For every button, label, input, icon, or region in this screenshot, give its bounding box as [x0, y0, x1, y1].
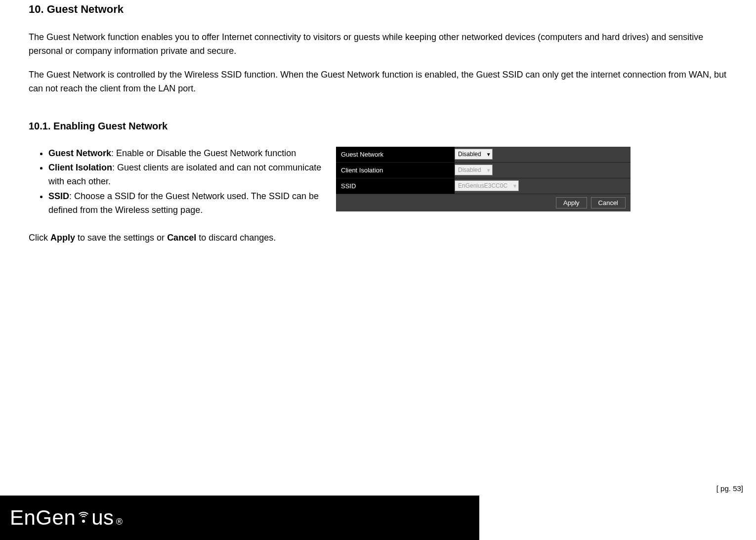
- ssid-select: EnGeniusE3CC0C ▼: [455, 180, 519, 191]
- page-number: [ pg. 53]: [716, 484, 743, 493]
- subsection-heading: 10.1. Enabling Guest Network: [29, 121, 727, 132]
- client-isolation-select: Disabled ▼: [455, 165, 493, 175]
- footer: EnGenus®: [0, 496, 756, 540]
- bullet-term: Guest Network: [48, 148, 111, 158]
- brand-logo: EnGenus®: [0, 496, 479, 540]
- config-panel: Guest Network Disabled ▼ Client Isolatio…: [336, 147, 630, 211]
- bullet-term: SSID: [48, 191, 69, 201]
- apply-instruction: Click Apply to save the settings or Canc…: [29, 231, 336, 245]
- section-heading: 10. Guest Network: [29, 3, 727, 16]
- config-label: Guest Network: [336, 147, 455, 162]
- button-row: Apply Cancel: [336, 194, 630, 211]
- config-label: SSID: [336, 178, 455, 194]
- list-item: SSID: Choose a SSID for the Guest Networ…: [48, 190, 336, 217]
- config-row-guest-network: Guest Network Disabled ▼: [336, 147, 630, 163]
- bullet-term: Client Isolation: [48, 163, 112, 172]
- apply-button[interactable]: Apply: [556, 197, 587, 208]
- cancel-button[interactable]: Cancel: [591, 197, 626, 208]
- intro-paragraph-1: The Guest Network function enables you t…: [29, 31, 727, 58]
- bullet-desc: : Choose a SSID for the Guest Network us…: [48, 191, 319, 215]
- chevron-down-icon: ▼: [486, 167, 491, 173]
- config-label: Client Isolation: [336, 163, 455, 178]
- bullet-desc: : Enable or Disable the Guest Network fu…: [111, 148, 296, 158]
- feature-list: Guest Network: Enable or Disable the Gue…: [29, 147, 336, 217]
- chevron-down-icon: ▼: [512, 183, 517, 189]
- guest-network-select[interactable]: Disabled ▼: [455, 149, 493, 160]
- chevron-down-icon: ▼: [486, 152, 491, 157]
- list-item: Guest Network: Enable or Disable the Gue…: [48, 147, 336, 161]
- intro-paragraph-2: The Guest Network is controlled by the W…: [29, 68, 727, 96]
- wifi-icon: [76, 506, 91, 525]
- config-row-ssid: SSID EnGeniusE3CC0C ▼: [336, 178, 630, 194]
- config-row-client-isolation: Client Isolation Disabled ▼: [336, 163, 630, 178]
- list-item: Client Isolation: Guest clients are isol…: [48, 161, 336, 189]
